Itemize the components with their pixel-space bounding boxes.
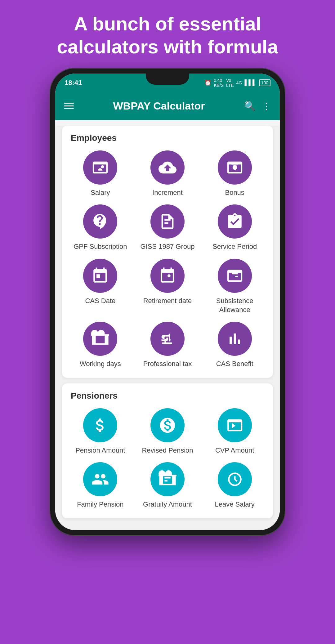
pensioners-grid: Pension Amount Revised Pension — [68, 408, 267, 509]
gratuity-item[interactable]: Gratuity Amount — [136, 462, 200, 509]
cas-benefit-label: CAS Benefit — [216, 360, 253, 369]
cas-benefit-item[interactable]: CAS Benefit — [203, 322, 267, 369]
professional-tax-item[interactable]: Professional tax — [136, 322, 200, 369]
time-display: 18:41 — [65, 79, 82, 87]
subsistence-label: Subsistence Allowance — [203, 297, 267, 314]
leave-salary-icon — [218, 462, 252, 496]
service-period-icon — [218, 204, 252, 239]
service-period-item[interactable]: Service Period — [203, 204, 267, 251]
giss-item[interactable]: GISS 1987 Group — [136, 204, 200, 251]
employees-section-title: Employees — [68, 133, 267, 143]
leave-salary-label: Leave Salary — [215, 500, 254, 509]
screen-content: Employees Salary Increment — [55, 126, 280, 530]
search-icon[interactable]: 🔍 — [244, 101, 256, 111]
gratuity-label: Gratuity Amount — [143, 500, 192, 509]
gpf-icon — [83, 204, 117, 239]
revised-pension-label: Revised Pension — [142, 446, 193, 455]
gpf-item[interactable]: GPF Subscription — [68, 204, 132, 251]
professional-tax-label: Professional tax — [143, 360, 192, 369]
service-period-label: Service Period — [212, 242, 257, 251]
subsistence-icon — [218, 259, 252, 293]
giss-icon — [150, 204, 185, 239]
working-days-item[interactable]: Working days — [68, 322, 132, 369]
gpf-label: GPF Subscription — [74, 242, 127, 251]
more-options-icon[interactable]: ⋮ — [262, 101, 271, 111]
signal-icon: ▌▌▌ — [244, 79, 256, 86]
retirement-item[interactable]: Retirement date — [136, 259, 200, 314]
bonus-label: Bonus — [225, 188, 244, 197]
action-icons: 🔍 ⋮ — [244, 101, 271, 111]
retirement-icon — [150, 259, 185, 293]
pension-amount-item[interactable]: Pension Amount — [68, 408, 132, 455]
revised-pension-icon — [150, 408, 185, 442]
pension-amount-icon — [83, 408, 117, 442]
status-bar: 18:41 ⏰ 0.40KB/S VoLTE 4G ▌▌▌ 100 — [55, 74, 280, 92]
increment-item[interactable]: Increment — [136, 150, 200, 197]
hamburger-menu-button[interactable] — [64, 103, 74, 109]
professional-tax-icon — [150, 322, 185, 356]
subsistence-item[interactable]: Subsistence Allowance — [203, 259, 267, 314]
status-icons: ⏰ 0.40KB/S VoLTE 4G ▌▌▌ 100 — [204, 78, 270, 88]
leave-salary-item[interactable]: Leave Salary — [203, 462, 267, 509]
alarm-icon: ⏰ — [204, 79, 211, 86]
app-title: WBPAY Calculator — [80, 100, 238, 112]
app-bar: WBPAY Calculator 🔍 ⋮ — [55, 92, 280, 120]
pensioners-section-title: Pensioners — [68, 391, 267, 401]
bonus-icon — [218, 150, 252, 185]
family-pension-icon — [83, 462, 117, 496]
cas-date-item[interactable]: CAS Date — [68, 259, 132, 314]
gratuity-icon — [150, 462, 185, 496]
retirement-label: Retirement date — [143, 297, 192, 306]
family-pension-item[interactable]: Family Pension — [68, 462, 132, 509]
pension-amount-label: Pension Amount — [75, 446, 125, 455]
cvp-amount-label: CVP Amount — [215, 446, 254, 455]
cvp-amount-icon — [218, 408, 252, 442]
increment-label: Increment — [152, 188, 183, 197]
increment-icon — [150, 150, 185, 185]
working-days-icon — [83, 322, 117, 356]
notch — [146, 74, 189, 85]
header-text: A bunch of essential calculators with fo… — [32, 0, 303, 68]
4g-icon: 4G — [236, 80, 242, 85]
family-pension-label: Family Pension — [77, 500, 123, 509]
cas-date-label: CAS Date — [85, 297, 115, 306]
phone-screen: 18:41 ⏰ 0.40KB/S VoLTE 4G ▌▌▌ 100 WBPAY … — [55, 74, 280, 530]
employees-grid: Salary Increment Bonus — [68, 150, 267, 369]
employees-section: Employees Salary Increment — [62, 126, 273, 378]
salary-icon — [83, 150, 117, 185]
revised-pension-item[interactable]: Revised Pension — [136, 408, 200, 455]
vo-lte-icon: VoLTE — [226, 78, 234, 88]
phone-wrapper: 18:41 ⏰ 0.40KB/S VoLTE 4G ▌▌▌ 100 WBPAY … — [50, 68, 285, 536]
bonus-item[interactable]: Bonus — [203, 150, 267, 197]
cas-date-icon — [83, 259, 117, 293]
pensioners-section: Pensioners Pension Amount — [62, 383, 273, 518]
data-speed: 0.40KB/S — [214, 78, 224, 88]
cas-benefit-icon — [218, 322, 252, 356]
cvp-amount-item[interactable]: CVP Amount — [203, 408, 267, 455]
phone-shell: 18:41 ⏰ 0.40KB/S VoLTE 4G ▌▌▌ 100 WBPAY … — [50, 68, 285, 536]
working-days-label: Working days — [80, 360, 121, 369]
giss-label: GISS 1987 Group — [141, 242, 195, 251]
salary-item[interactable]: Salary — [68, 150, 132, 197]
salary-label: Salary — [91, 188, 110, 197]
battery-icon: 100 — [259, 79, 270, 86]
